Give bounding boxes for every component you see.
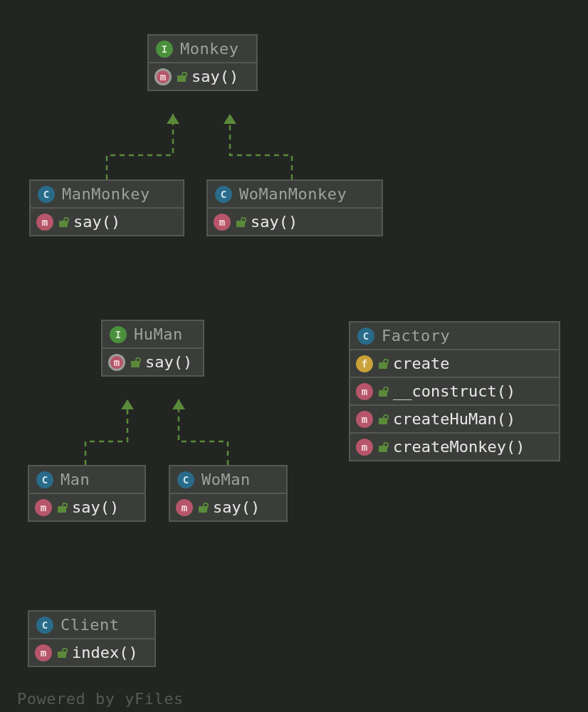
class-icon: C xyxy=(38,186,55,203)
inheritance-connector xyxy=(107,114,173,179)
node-title: C Client xyxy=(29,612,154,639)
abstract-method-icon: m xyxy=(154,68,172,85)
node-title-text: ManMonkey xyxy=(62,185,150,203)
node-womanmonkey[interactable]: C WoManMonkey msay() xyxy=(206,179,383,236)
visibility-lock-icon xyxy=(379,387,387,397)
method-icon: m xyxy=(35,499,52,516)
node-title-text: Client xyxy=(61,616,119,634)
node-title-text: WoManMonkey xyxy=(239,185,347,203)
interface-icon: I xyxy=(110,326,127,343)
member-row[interactable]: msay() xyxy=(149,63,256,90)
arrowhead-icon xyxy=(172,399,185,409)
member-row[interactable]: msay() xyxy=(208,209,382,235)
abstract-method-icon: m xyxy=(108,354,125,371)
node-title-text: WoMan xyxy=(201,471,251,488)
class-icon: C xyxy=(357,328,374,345)
visibility-lock-icon xyxy=(131,357,140,367)
method-icon: m xyxy=(214,214,231,231)
member-label: say() xyxy=(73,213,120,231)
visibility-lock-icon xyxy=(236,217,245,227)
method-icon: m xyxy=(176,499,193,516)
member-label: say() xyxy=(145,353,192,371)
visibility-lock-icon xyxy=(379,359,387,369)
method-icon: m xyxy=(356,383,373,400)
member-row[interactable]: msay() xyxy=(31,209,183,235)
member-label: say() xyxy=(191,68,238,85)
member-row[interactable]: mcreateMonkey() xyxy=(350,432,559,460)
node-title-text: Monkey xyxy=(180,40,238,58)
node-title: C Man xyxy=(29,466,145,494)
inheritance-connector xyxy=(230,114,292,179)
node-title-text: Man xyxy=(61,471,90,488)
member-row[interactable]: m__construct() xyxy=(350,377,559,404)
class-icon: C xyxy=(177,471,194,488)
member-row[interactable]: fcreate xyxy=(350,350,559,377)
node-title-text: HuMan xyxy=(134,325,183,343)
arrowhead-icon xyxy=(167,114,179,124)
arrowhead-icon xyxy=(121,399,134,409)
node-title: I HuMan xyxy=(103,321,203,349)
class-icon: C xyxy=(36,471,53,488)
member-row[interactable]: mindex() xyxy=(29,639,154,666)
node-title: I Monkey xyxy=(149,36,256,63)
node-human[interactable]: I HuMan msay() xyxy=(101,320,204,377)
node-factory[interactable]: C Factory fcreatem__construct()mcreateHu… xyxy=(349,321,560,461)
node-title: C WoMan xyxy=(170,466,286,494)
class-icon: C xyxy=(215,186,232,203)
visibility-lock-icon xyxy=(58,648,66,658)
member-row[interactable]: msay() xyxy=(29,494,145,520)
method-icon: m xyxy=(35,644,52,661)
node-man[interactable]: C Man msay() xyxy=(28,465,146,522)
member-label: create xyxy=(393,355,449,372)
visibility-lock-icon xyxy=(379,414,387,424)
visibility-lock-icon xyxy=(177,72,186,82)
node-title-text: Factory xyxy=(382,327,450,345)
visibility-lock-icon xyxy=(379,442,387,452)
field-icon: f xyxy=(356,355,373,372)
node-title: C ManMonkey xyxy=(31,181,183,209)
inheritance-connector xyxy=(179,399,228,465)
member-row[interactable]: msay() xyxy=(170,494,286,520)
member-label: say() xyxy=(72,498,119,516)
visibility-lock-icon xyxy=(59,217,68,227)
visibility-lock-icon xyxy=(199,503,207,513)
member-label: createHuMan() xyxy=(393,410,515,428)
footer-credit: Powered by yFiles xyxy=(17,690,184,708)
node-woman[interactable]: C WoMan msay() xyxy=(169,465,288,522)
method-icon: m xyxy=(356,439,373,456)
node-title: C WoManMonkey xyxy=(208,181,382,209)
node-title: C Factory xyxy=(350,323,559,350)
member-label: say() xyxy=(213,498,260,516)
arrowhead-icon xyxy=(224,114,236,124)
node-manmonkey[interactable]: C ManMonkey msay() xyxy=(29,179,184,236)
method-icon: m xyxy=(356,411,373,428)
member-label: index() xyxy=(72,644,138,661)
member-row[interactable]: mcreateHuMan() xyxy=(350,404,559,432)
member-label: say() xyxy=(251,213,298,231)
diagram-canvas: I Monkey msay() C ManMonkey msay() C WoM… xyxy=(0,0,588,712)
visibility-lock-icon xyxy=(58,503,66,513)
method-icon: m xyxy=(36,214,53,231)
member-label: createMonkey() xyxy=(393,438,525,456)
interface-icon: I xyxy=(156,41,173,58)
member-row[interactable]: msay() xyxy=(103,349,203,375)
class-icon: C xyxy=(36,617,53,634)
member-label: __construct() xyxy=(393,382,515,400)
node-client[interactable]: C Client mindex() xyxy=(28,610,156,667)
node-monkey[interactable]: I Monkey msay() xyxy=(147,34,258,91)
inheritance-connector xyxy=(85,399,127,465)
